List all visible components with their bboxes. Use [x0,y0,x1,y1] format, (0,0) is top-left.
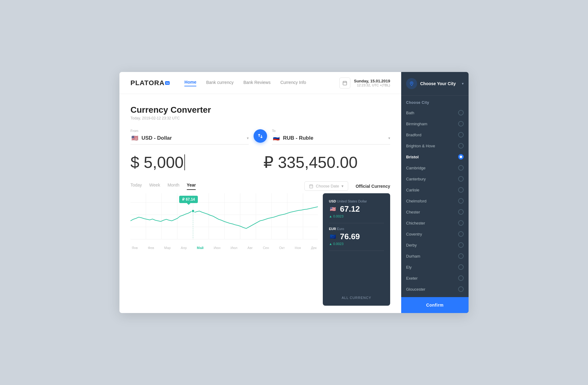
sidebar-city-canterbury[interactable]: Canterbury [401,173,469,184]
from-flag: 🇺🇸 [130,134,139,142]
radio-derby [458,242,464,248]
from-currency-field[interactable]: 🇺🇸 USD - Dollar ▾ [130,134,249,145]
radio-durham [458,253,464,259]
logo-text: PLATORA [130,79,164,87]
radio-chichester [458,220,464,226]
time-buttons: TodayWeekMonthYear [130,183,304,190]
radio-bath [458,110,464,115]
to-amount-value: ₽ 335,450.00 [263,153,358,172]
sidebar-city-cambridge[interactable]: Cambridge [401,162,469,173]
chart-x-labels: ЯнвФевМарАпрМайИюнИюлАвгСенОктНояДек [130,246,318,250]
sidebar-city-birmingham[interactable]: Birmingham [401,118,469,129]
sidebar-location-icon [406,78,417,89]
radio-ely [458,264,464,270]
date-picker-label: Choose Date [316,184,339,188]
svg-rect-0 [343,81,347,85]
radio-bristol [458,154,464,160]
chart-x-label-Фев: Фев [148,246,154,250]
page-title: Currency Converter [130,105,390,115]
sidebar-city-exeter[interactable]: Exeter [401,273,469,284]
nav-item-bank-currency[interactable]: Bank currency [206,80,233,86]
sidebar-city-chichester[interactable]: Chichester [401,217,469,228]
radio-cambridge [458,165,464,171]
sidebar-city-durham[interactable]: Durham [401,251,469,262]
radio-canterbury [458,176,464,182]
radio-chelmsford [458,198,464,204]
svg-point-25 [411,82,412,83]
nav-item-currency-info[interactable]: Currency Info [280,80,306,86]
header-right: Sunday, 15.01.2019 12:23:32, UTC +(TBL) [339,77,390,89]
sidebar-city-bath[interactable]: Bath [401,107,469,118]
logo-badge: ru [165,81,170,85]
chart-x-label-Май: Май [197,246,204,250]
sidebar-city-bristol[interactable]: Bristol [401,151,469,162]
chart-tooltip: ₽ 67.14 [179,196,198,203]
nav-item-bank-reviews[interactable]: Bank Reviews [243,80,271,86]
swap-button[interactable] [254,129,267,143]
radio-gloucester [458,286,464,292]
chart-x-label-Сен: Сен [263,246,269,250]
from-amount[interactable]: $ 5,000 [130,153,257,172]
time-btn-month[interactable]: Month [168,183,179,190]
sidebar-city-carlisle[interactable]: Carlisle [401,184,469,195]
to-amount: ₽ 335,450.00 [263,153,390,172]
radio-birmingham [458,121,464,126]
amount-row: $ 5,000 ₽ 335,450.00 [130,153,390,172]
sidebar-header-arrow[interactable]: ▾ [462,81,464,86]
radio-carlisle [458,187,464,193]
logo[interactable]: PLATORA ru [130,79,170,87]
nav: HomeBank currencyBank ReviewsCurrency In… [184,80,339,86]
radio-brighton-&-hove [458,143,464,149]
date-picker-arrow: ▾ [341,184,344,188]
chart-x-label-Июн: Июн [214,246,221,250]
radio-bradford [458,132,464,138]
sidebar-city-ely[interactable]: Ely [401,262,469,273]
time-range-row: TodayWeekMonthYear Choose Date ▾ Officia… [130,181,390,191]
chart-x-label-Авг: Авг [247,246,253,250]
official-currency-label: Official Currency [356,184,390,189]
date-info: Sunday, 15.01.2019 12:23:32, UTC +(TBL) [354,79,390,87]
date-sub: 12:23:32, UTC +(TBL) [354,83,390,87]
date-main: Sunday, 15.01.2019 [354,79,390,83]
from-label: From [130,129,249,133]
to-currency-name: RUB - Ruble [283,135,386,141]
date-picker[interactable]: Choose Date ▾ [304,181,348,191]
time-btn-year[interactable]: Year [187,183,196,190]
chart-x-label-Дек: Дек [311,246,316,250]
to-label: To [272,129,390,133]
converter-row: From 🇺🇸 USD - Dollar ▾ To 🇷🇺 [130,129,390,145]
to-currency-field[interactable]: 🇷🇺 RUB - Ruble ▾ [272,134,390,145]
currency-card: USD United States Dollar 🇺🇸 67.12 ▲ 0.00… [323,193,390,306]
currency-entry-eur: EUR Euro 🇪🇺 76.69 ▲ 0.0023 [329,227,384,251]
chart-svg [130,193,318,242]
to-dropdown-arrow[interactable]: ▾ [388,136,390,140]
time-btn-week[interactable]: Week [149,183,160,190]
sidebar: Choose Your City ▾ Choose City Bath Birm… [401,72,469,313]
radio-chester [458,209,464,215]
sidebar-city-gloucester[interactable]: Gloucester [401,284,469,295]
to-currency-select: To 🇷🇺 RUB - Ruble ▾ [272,129,390,145]
page-subtitle: Today, 2019-02-12 23:32 UTC [130,116,390,120]
chart-x-label-Окт: Окт [279,246,285,250]
from-currency-name: USD - Dollar [141,135,244,141]
sidebar-city-brighton-and-hove[interactable]: Brighton & Hove [401,140,469,151]
nav-item-home[interactable]: Home [184,80,196,86]
all-currency-button[interactable]: ALL CURRENCY [329,296,384,300]
sidebar-city-coventry[interactable]: Coventry [401,228,469,240]
chart-x-label-Ноя: Ноя [295,246,301,250]
from-amount-value: $ 5,000 [130,153,184,172]
confirm-button[interactable]: Confirm [401,297,469,313]
calendar-icon[interactable] [339,77,350,89]
time-btn-today[interactable]: Today [130,183,142,190]
sidebar-city-derby[interactable]: Derby [401,240,469,251]
currency-entry-usd: USD United States Dollar 🇺🇸 67.12 ▲ 0.00… [329,199,384,223]
sidebar-city-chelmsford[interactable]: Chelmsford [401,195,469,206]
chart-x-label-Июл: Июл [231,246,237,250]
from-dropdown-arrow[interactable]: ▾ [247,136,249,140]
radio-exeter [458,275,464,281]
sidebar-city-chester[interactable]: Chester [401,206,469,217]
chart-section: ₽ 67.14 [130,193,390,306]
sidebar-city-bradford[interactable]: Bradford [401,129,469,140]
sidebar-section-title: Choose City [401,96,469,107]
svg-rect-4 [310,185,313,188]
